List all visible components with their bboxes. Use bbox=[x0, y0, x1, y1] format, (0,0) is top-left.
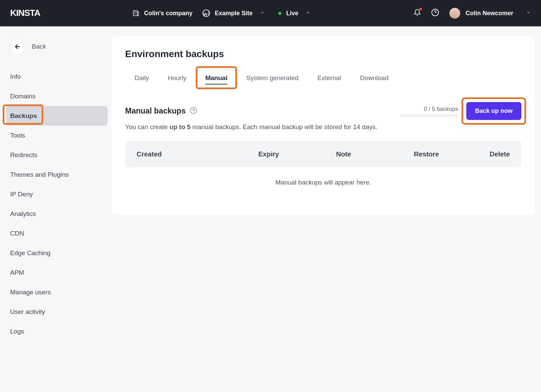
sidebar-item-ip-deny[interactable]: IP Deny bbox=[6, 185, 108, 204]
sidebar-item-analytics[interactable]: Analytics bbox=[6, 204, 108, 224]
progress-bar bbox=[401, 115, 458, 117]
tab-label: Manual bbox=[205, 74, 227, 81]
notifications-button[interactable] bbox=[414, 9, 421, 18]
tab-hourly[interactable]: Hourly bbox=[158, 70, 196, 87]
button-label: Back up now bbox=[475, 107, 513, 114]
sidebar-item-label: IP Deny bbox=[10, 191, 33, 198]
sidebar-item-cdn[interactable]: CDN bbox=[6, 224, 108, 243]
chevron-down-icon[interactable] bbox=[526, 10, 531, 16]
count-text: 0 / 5 backups bbox=[424, 106, 458, 113]
backup-now-button[interactable]: Back up now bbox=[466, 102, 521, 120]
col-expiry: Expiry bbox=[258, 150, 336, 158]
sidebar-item-label: CDN bbox=[10, 230, 24, 237]
user-avatar[interactable] bbox=[449, 8, 460, 19]
tab-manual[interactable]: Manual bbox=[196, 70, 237, 87]
tab-download[interactable]: Download bbox=[351, 70, 398, 87]
sidebar-item-domains[interactable]: Domains bbox=[6, 87, 108, 106]
col-created: Created bbox=[137, 150, 258, 158]
desc-text: manual backups. Each manual backup will … bbox=[191, 123, 377, 130]
sidebar-item-themes-plugins[interactable]: Themes and Plugins bbox=[6, 165, 108, 185]
tab-system-generated[interactable]: System generated bbox=[237, 70, 308, 87]
content-card: Environment backups Daily Hourly Manual … bbox=[112, 36, 535, 215]
tab-external[interactable]: External bbox=[308, 70, 351, 87]
user-name[interactable]: Colin Newcomer bbox=[466, 10, 513, 17]
sidebar-item-manage-users[interactable]: Manage users bbox=[6, 283, 108, 302]
help-circle-icon[interactable] bbox=[190, 107, 197, 116]
main-area: Environment backups Daily Hourly Manual … bbox=[112, 26, 541, 392]
tab-daily[interactable]: Daily bbox=[125, 70, 158, 87]
chevron-down-icon[interactable] bbox=[260, 10, 265, 16]
chevron-down-icon[interactable] bbox=[306, 10, 310, 16]
sidebar-item-label: Analytics bbox=[10, 210, 36, 218]
tab-label: Hourly bbox=[168, 74, 186, 81]
sidebar-item-apm[interactable]: APM bbox=[6, 263, 108, 283]
tabs: Daily Hourly Manual System generated Ext… bbox=[125, 70, 521, 87]
sidebar-item-label: Logs bbox=[10, 328, 24, 335]
desc-text: You can create bbox=[125, 123, 169, 130]
sidebar-item-label: Info bbox=[10, 73, 21, 80]
company-icon bbox=[133, 10, 139, 17]
back-row[interactable]: Back bbox=[6, 36, 112, 57]
svg-text:KINSTA: KINSTA bbox=[10, 8, 41, 18]
sidebar-item-label: Backups bbox=[10, 112, 37, 120]
description: You can create up to 5 manual backups. E… bbox=[125, 123, 521, 131]
back-label: Back bbox=[32, 43, 46, 50]
sidebar: Back Info Domains Backups Tools Redirect… bbox=[0, 26, 112, 392]
backup-count: 0 / 5 backups bbox=[401, 106, 458, 117]
section-title: Manual backups bbox=[125, 106, 186, 116]
back-button[interactable] bbox=[9, 39, 26, 55]
sidebar-item-user-activity[interactable]: User activity bbox=[6, 302, 108, 322]
notification-dot bbox=[419, 8, 422, 10]
sidebar-item-label: Manage users bbox=[10, 289, 51, 296]
sidebar-item-logs[interactable]: Logs bbox=[6, 322, 108, 341]
sidebar-item-label: Domains bbox=[10, 93, 36, 100]
sidebar-item-tools[interactable]: Tools bbox=[6, 126, 108, 145]
status-dot-live bbox=[278, 12, 281, 15]
env-label[interactable]: Live bbox=[286, 10, 298, 17]
tab-label: Download bbox=[360, 74, 389, 81]
kinsta-logo[interactable]: KINSTA bbox=[10, 8, 51, 18]
col-restore: Restore bbox=[414, 150, 488, 158]
col-delete: Delete bbox=[488, 150, 510, 158]
desc-bold: up to 5 bbox=[169, 123, 190, 130]
sidebar-item-label: Themes and Plugins bbox=[10, 171, 69, 178]
sidebar-item-label: APM bbox=[10, 269, 24, 276]
top-header: KINSTA Colin's company Example Site Live bbox=[0, 0, 541, 26]
sidebar-item-redirects[interactable]: Redirects bbox=[6, 145, 108, 165]
site-name[interactable]: Example Site bbox=[215, 10, 253, 17]
sidebar-item-label: Edge Caching bbox=[10, 249, 50, 257]
empty-state: Manual backups will appear here. bbox=[125, 167, 521, 198]
tab-label: Daily bbox=[135, 74, 149, 81]
col-note: Note bbox=[336, 150, 414, 158]
company-name[interactable]: Colin's company bbox=[144, 10, 192, 17]
sidebar-item-backups[interactable]: Backups bbox=[6, 106, 108, 126]
wordpress-icon bbox=[203, 9, 210, 17]
help-icon[interactable] bbox=[431, 8, 439, 18]
sidebar-item-label: User activity bbox=[10, 308, 45, 316]
sidebar-item-label: Tools bbox=[10, 132, 25, 139]
section-header-row: Manual backups 0 / 5 backups Back up now bbox=[125, 102, 521, 120]
svg-rect-1 bbox=[134, 11, 138, 16]
table-header: Created Expiry Note Restore Delete bbox=[125, 141, 521, 167]
sidebar-item-info[interactable]: Info bbox=[6, 67, 108, 87]
sidebar-item-label: Redirects bbox=[10, 151, 37, 159]
page-title: Environment backups bbox=[125, 49, 521, 59]
sidebar-item-edge-caching[interactable]: Edge Caching bbox=[6, 243, 108, 263]
tab-label: External bbox=[317, 74, 341, 81]
tab-label: System generated bbox=[246, 74, 299, 81]
